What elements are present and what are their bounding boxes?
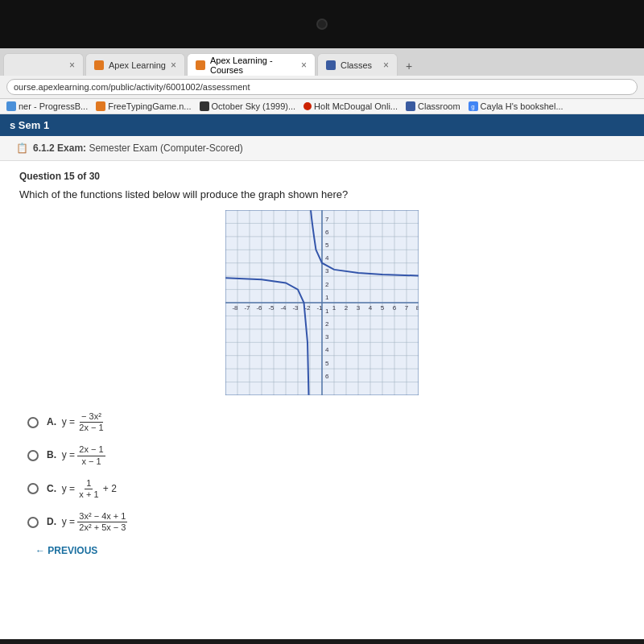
bookmark-label-6: Cayla H's bookshel...	[481, 101, 564, 111]
bookmark-holt[interactable]: Holt McDougal Onli...	[303, 101, 398, 111]
nav-bar: s Sem 1	[0, 114, 644, 136]
tab-x-close[interactable]: ×	[69, 60, 75, 71]
svg-text:-1: -1	[316, 304, 323, 312]
bookmark-label-4: Holt McDougal Onli...	[314, 101, 398, 111]
question-number: Question 15 of 30	[19, 171, 625, 182]
svg-text:-7: -7	[244, 304, 250, 312]
bookmark-october-sky[interactable]: October Sky (1999)...	[200, 101, 296, 111]
tab-favicon-3	[326, 60, 336, 70]
fraction-a-num: − 3x²	[80, 411, 103, 423]
bookmarks-bar: ner - ProgressB... FreeTypingGame.n... O…	[0, 99, 644, 114]
fraction-c-suffix: + 2	[103, 483, 117, 494]
exam-header: 📋 6.1.2 Exam: Semester Exam (Computer-Sc…	[0, 136, 644, 161]
previous-button[interactable]: ← PREVIOUS	[35, 545, 609, 556]
svg-text:2: 2	[325, 320, 329, 328]
svg-text:7: 7	[405, 304, 409, 312]
exam-number: 6.1.2	[33, 142, 55, 154]
svg-text:1: 1	[325, 294, 329, 301]
exam-type: Exam:	[57, 142, 86, 154]
answer-choices: A. y = − 3x² 2x − 1 B. y = 2x − 1 x − 1	[19, 411, 625, 534]
bookmark-classroom[interactable]: Classroom	[406, 101, 460, 111]
bookmark-label-2: FreeTypingGame.n...	[108, 101, 191, 111]
page-content: s Sem 1 📋 6.1.2 Exam: Semester Exam (Com…	[0, 114, 644, 639]
svg-text:-2: -2	[304, 304, 311, 312]
graph-svg: 7 6 5 4 3 2 1 1 2 3 4 5 6 -8 -7 -6 -5 -4	[225, 210, 419, 395]
choice-label-c: C. y = 1 x + 1 + 2	[47, 478, 117, 500]
svg-text:4: 4	[325, 254, 329, 262]
svg-text:3: 3	[325, 267, 329, 275]
tab-favicon-1	[94, 60, 104, 70]
radio-c[interactable]	[27, 483, 39, 494]
previous-label: ← PREVIOUS	[35, 545, 97, 556]
svg-text:7: 7	[325, 216, 329, 223]
tab-label-3: Classes	[341, 60, 372, 70]
fraction-a: − 3x² 2x − 1	[77, 411, 105, 433]
bookmark-label-1: ner - ProgressB...	[19, 101, 88, 111]
fraction-b-num: 2x − 1	[77, 444, 105, 456]
fraction-c: 1 x + 1	[77, 478, 100, 500]
nav-section: s Sem 1	[10, 119, 49, 131]
svg-text:6: 6	[393, 304, 397, 312]
fraction-c-den: x + 1	[77, 489, 100, 500]
svg-text:3: 3	[325, 333, 329, 341]
choice-label-b: B. y = 2x − 1 x − 1	[47, 444, 105, 466]
svg-text:6: 6	[325, 373, 329, 380]
answer-choice-d[interactable]: D. y = 3x² − 4x + 1 2x² + 5x − 3	[27, 511, 617, 533]
svg-text:2: 2	[345, 304, 349, 312]
camera-dot	[316, 19, 328, 30]
svg-text:5: 5	[381, 304, 385, 312]
radio-b[interactable]	[27, 450, 39, 461]
tab-apex-learning-courses[interactable]: Apex Learning - Courses ×	[187, 53, 316, 76]
svg-text:6: 6	[325, 229, 329, 236]
fraction-b: 2x − 1 x − 1	[77, 444, 105, 466]
choice-label-a: A. y = − 3x² 2x − 1	[47, 411, 105, 433]
graph-container: 7 6 5 4 3 2 1 1 2 3 4 5 6 -8 -7 -6 -5 -4	[225, 210, 419, 395]
tab-favicon-2	[196, 60, 205, 70]
svg-text:4: 4	[369, 304, 373, 312]
bookmark-icon-3	[200, 101, 209, 111]
tab-close-2[interactable]: ×	[301, 60, 307, 71]
bookmark-label-5: Classroom	[418, 101, 460, 111]
exam-title: Semester Exam (Computer-Scored)	[89, 142, 242, 154]
bookmark-label-3: October Sky (1999)...	[212, 101, 296, 111]
bookmark-progressb[interactable]: ner - ProgressB...	[6, 101, 88, 111]
svg-text:1: 1	[325, 308, 329, 315]
tab-apex-learning[interactable]: Apex Learning ×	[85, 53, 185, 76]
tab-close-1[interactable]: ×	[171, 60, 176, 71]
fraction-d: 3x² − 4x + 1 2x² + 5x − 3	[77, 511, 127, 533]
radio-d[interactable]	[27, 517, 39, 528]
svg-text:2: 2	[325, 281, 329, 288]
fraction-b-den: x − 1	[80, 456, 102, 467]
bookmark-icon-5	[406, 101, 415, 111]
answer-choice-a[interactable]: A. y = − 3x² 2x − 1	[27, 411, 617, 433]
radio-a[interactable]	[27, 417, 39, 428]
answer-choice-c[interactable]: C. y = 1 x + 1 + 2	[27, 478, 617, 500]
svg-text:-5: -5	[268, 304, 275, 312]
svg-text:-3: -3	[292, 304, 299, 312]
address-input[interactable]: ourse.apexlearning.com/public/activity/6…	[6, 79, 638, 95]
fraction-c-num: 1	[85, 478, 93, 489]
question-area: Question 15 of 30 Which of the functions…	[0, 161, 644, 572]
tab-label-2: Apex Learning - Courses	[210, 56, 296, 75]
tab-classes[interactable]: Classes ×	[317, 53, 398, 76]
camera-bar	[0, 0, 644, 48]
tab-bar: × Apex Learning × Apex Learning - Course…	[0, 48, 644, 76]
tab-label-1: Apex Learning	[109, 60, 166, 70]
svg-text:-6: -6	[256, 304, 262, 312]
tab-close-first[interactable]: ×	[3, 53, 84, 76]
bookmark-icon-2	[96, 101, 105, 111]
bookmark-cayla[interactable]: g Cayla H's bookshel...	[469, 101, 564, 111]
svg-text:1: 1	[332, 304, 336, 312]
new-tab-button[interactable]: +	[399, 56, 419, 76]
svg-text:-4: -4	[280, 304, 287, 312]
svg-text:4: 4	[325, 346, 329, 353]
fraction-a-den: 2x − 1	[77, 423, 105, 433]
address-bar: ourse.apexlearning.com/public/activity/6…	[0, 76, 644, 99]
tab-close-3[interactable]: ×	[383, 60, 389, 71]
bookmark-freetyping[interactable]: FreeTypingGame.n...	[96, 101, 191, 111]
browser-chrome: × Apex Learning × Apex Learning - Course…	[0, 48, 644, 114]
fraction-d-den: 2x² + 5x − 3	[77, 522, 127, 533]
question-text: Which of the functions listed below will…	[19, 188, 625, 200]
answer-choice-b[interactable]: B. y = 2x − 1 x − 1	[27, 444, 617, 466]
bookmark-icon-6: g	[469, 101, 478, 111]
